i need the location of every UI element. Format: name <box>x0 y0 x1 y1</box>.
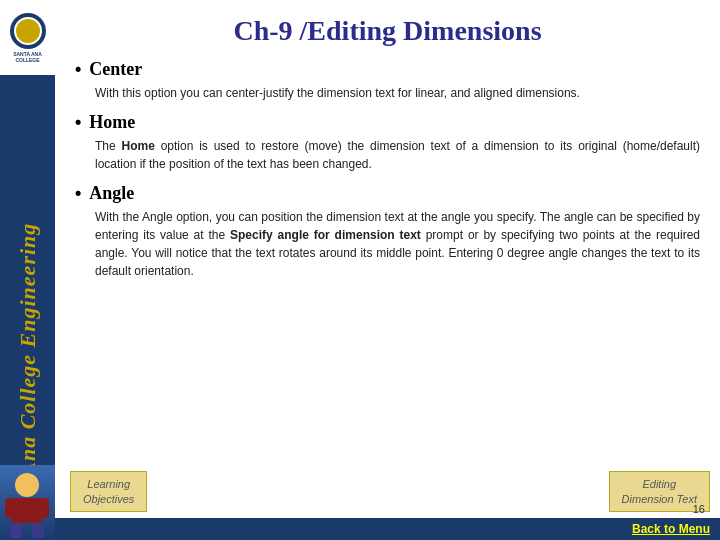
section-home-title: Home <box>89 112 135 133</box>
back-to-menu-link[interactable]: Back to Menu <box>632 522 710 536</box>
section-center-title: Center <box>89 59 142 80</box>
svg-point-0 <box>15 473 39 497</box>
sidebar: SANTA ANA COLLEGE Santa Ana College Engi… <box>0 0 55 540</box>
svg-rect-3 <box>32 523 44 538</box>
section-angle-body: With the Angle option, you can position … <box>75 208 700 280</box>
svg-rect-5 <box>40 498 49 518</box>
section-angle: • Angle With the Angle option, you can p… <box>75 183 700 280</box>
bullet-center: • <box>75 59 81 80</box>
section-angle-header: • Angle <box>75 183 700 204</box>
section-center-header: • Center <box>75 59 700 80</box>
logo-emblem-inner <box>14 17 42 45</box>
home-body-prefix: The <box>95 139 122 153</box>
logo-area: SANTA ANA COLLEGE <box>0 0 55 75</box>
angle-text-bold: Specify angle for dimension text <box>230 228 421 242</box>
page-title: Ch-9 /Editing Dimensions <box>75 15 700 47</box>
home-body-suffix: option is used to restore (move) the dim… <box>95 139 700 171</box>
bullet-angle: • <box>75 183 81 204</box>
svg-rect-2 <box>10 523 22 538</box>
bottom-person-image <box>0 465 55 540</box>
logo-emblem <box>10 13 46 49</box>
section-home: • Home The Home option is used to restor… <box>75 112 700 173</box>
main-content: Ch-9 /Editing Dimensions • Center With t… <box>55 0 720 540</box>
section-home-header: • Home <box>75 112 700 133</box>
bullet-home: • <box>75 112 81 133</box>
section-home-body: The Home option is used to restore (move… <box>75 137 700 173</box>
logo-text: SANTA ANA COLLEGE <box>13 51 42 63</box>
svg-rect-1 <box>12 498 42 523</box>
section-angle-title: Angle <box>89 183 134 204</box>
svg-rect-4 <box>5 498 14 518</box>
bottom-footer: Back to Menu <box>55 518 720 540</box>
page-number: 16 <box>693 503 705 515</box>
section-center: • Center With this option you can center… <box>75 59 700 102</box>
section-center-body: With this option you can center-justify … <box>75 84 700 102</box>
learning-objectives-button[interactable]: Learning Objectives <box>70 471 147 512</box>
person-placeholder <box>0 465 55 540</box>
home-body-bold: Home <box>122 139 155 153</box>
